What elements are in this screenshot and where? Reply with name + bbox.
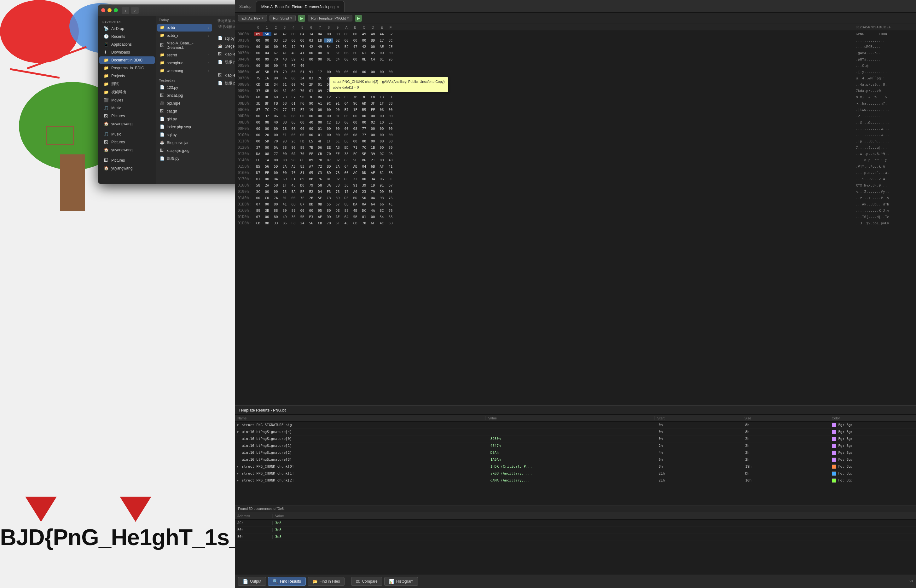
hex-byte-cell[interactable]: CD <box>254 82 263 87</box>
hex-byte-cell[interactable]: 76 <box>386 196 395 200</box>
hex-byte-cell[interactable]: 42 <box>307 45 315 49</box>
hex-byte-cell[interactable]: 08 <box>351 133 360 137</box>
hex-byte-cell[interactable]: BF <box>263 102 271 105</box>
hex-byte-cell[interactable]: 00 <box>280 171 289 175</box>
hex-byte-cell[interactable]: 19 <box>307 108 315 112</box>
hex-byte-cell[interactable]: 00 <box>315 114 324 118</box>
hex-byte-cell[interactable]: 2A <box>333 165 342 169</box>
hex-byte-cell[interactable]: 56 <box>307 221 315 225</box>
hex-byte-cell[interactable]: F3 <box>324 190 333 194</box>
hex-byte-cell[interactable]: 0A <box>289 152 298 156</box>
hex-byte-cell[interactable]: 47 <box>280 32 289 36</box>
hex-byte-cell[interactable]: 20 <box>263 133 271 137</box>
hex-byte-cell[interactable]: 36 <box>289 215 298 219</box>
hex-byte-cell[interactable]: F1 <box>298 70 307 74</box>
hex-byte-cell[interactable]: 90 <box>307 102 315 105</box>
hex-byte-cell[interactable]: 00 <box>342 70 351 74</box>
hex-byte-cell[interactable]: FF <box>368 108 377 112</box>
col1-item-misc[interactable]: 🖼 Misc-A_Beau...-DreamerJ. <box>157 40 212 51</box>
hex-byte-cell[interactable]: 61 <box>307 89 315 93</box>
hex-byte-cell[interactable]: 00 <box>263 39 271 42</box>
col1-item-xiaojiejie[interactable]: 🖼 xiaojiejie.jpeg <box>157 147 212 154</box>
run-template-play-button[interactable]: ▶ <box>355 15 362 22</box>
hex-byte-cell[interactable]: BD <box>342 145 351 150</box>
col1-item-shenghuo[interactable]: 📁 shenghuo › <box>157 59 212 67</box>
hex-byte-cell[interactable]: 00 <box>298 133 307 137</box>
hex-byte-cell[interactable]: 7F <box>298 196 307 200</box>
hex-byte-cell[interactable]: EB <box>386 171 395 175</box>
hex-byte-cell[interactable]: 2C <box>315 76 324 80</box>
hex-byte-cell[interactable]: 4E <box>271 32 280 36</box>
hex-byte-cell[interactable]: DE <box>386 177 395 181</box>
hex-byte-cell[interactable]: 88 <box>271 208 280 213</box>
hex-byte-cell[interactable]: 54 <box>377 215 386 219</box>
find-in-files-tab-button[interactable]: 📂 Find in Files <box>308 577 345 586</box>
hex-byte-cell[interactable]: 87 <box>298 202 307 207</box>
hex-byte-cell[interactable]: 00 <box>342 133 351 137</box>
hex-byte-cell[interactable]: 00 <box>254 196 263 200</box>
hex-byte-cell[interactable]: 89 <box>254 208 263 213</box>
hex-byte-cell[interactable]: 95 <box>315 208 324 213</box>
hex-byte-cell[interactable]: 1F <box>377 102 386 105</box>
hex-byte-cell[interactable]: 93 <box>377 196 386 200</box>
hex-byte-cell[interactable]: 8C <box>377 208 386 213</box>
hex-byte-cell[interactable]: 91 <box>351 183 360 187</box>
hex-byte-cell[interactable]: 06 <box>271 114 280 118</box>
hex-byte-cell[interactable]: CB <box>315 152 324 156</box>
edit-as-button[interactable]: Edit As: Hex ▾ <box>238 15 267 21</box>
hex-byte-cell[interactable]: 00 <box>298 120 307 124</box>
hex-byte-cell[interactable]: 00 <box>360 39 368 42</box>
hex-byte-cell[interactable]: 00 <box>263 45 271 49</box>
hex-byte-cell[interactable]: D5 <box>342 177 351 181</box>
hex-byte-cell[interactable]: 00 <box>368 127 377 131</box>
col1-item-ezbb-r[interactable]: 📁 ezbb_r › <box>157 32 212 39</box>
hex-byte-cell[interactable]: 01 <box>377 57 386 61</box>
sidebar-item-movies[interactable]: 🎬 Movies <box>99 97 155 104</box>
hex-byte-cell[interactable]: 44 <box>377 32 386 36</box>
sidebar-item-programs-in-bdic[interactable]: 📁 Programs_In_BDIC <box>99 64 155 72</box>
hex-byte-cell[interactable]: 07 <box>254 202 263 207</box>
hex-byte-cell[interactable]: D9 <box>324 82 333 87</box>
hex-byte-cell[interactable]: 2A <box>263 183 271 187</box>
hex-byte-cell[interactable]: 00 <box>254 120 263 124</box>
hex-byte-cell[interactable]: 8B <box>342 202 351 207</box>
hex-byte-cell[interactable]: 0B <box>342 51 351 55</box>
hex-byte-cell[interactable]: 00 <box>254 51 263 55</box>
expand-icon[interactable]: ▶ <box>235 472 241 475</box>
hex-byte-cell[interactable]: 00 <box>307 51 315 55</box>
hex-byte-cell[interactable]: 43 <box>280 64 289 68</box>
hex-byte-cell[interactable]: 32 <box>263 114 271 118</box>
hex-byte-cell[interactable]: 00 <box>307 57 315 61</box>
hex-byte-cell[interactable]: 77 <box>360 127 368 131</box>
hex-byte-cell[interactable]: 00 <box>386 127 395 131</box>
hex-byte-cell[interactable]: 0A <box>271 145 280 150</box>
hex-byte-cell[interactable]: 90 <box>289 145 298 150</box>
hex-byte-cell[interactable]: 00 <box>254 45 263 49</box>
hex-byte-cell[interactable]: 00 <box>315 51 324 55</box>
hex-byte-cell[interactable]: D7 <box>254 171 263 175</box>
hex-byte-cell[interactable]: D9 <box>377 190 386 194</box>
hex-byte-cell[interactable]: 88 <box>342 208 351 213</box>
hex-byte-cell[interactable]: 87 <box>254 108 263 112</box>
hex-byte-cell[interactable]: D0 <box>298 183 307 187</box>
hex-byte-cell[interactable]: BB <box>368 82 377 87</box>
hex-byte-cell[interactable]: 7A <box>360 89 368 93</box>
hex-byte-cell[interactable]: 67 <box>271 51 280 55</box>
hex-byte-cell[interactable]: 74 <box>271 108 280 112</box>
hex-byte-cell[interactable]: 27 <box>377 76 386 80</box>
hex-byte-cell[interactable]: E6 <box>342 139 351 144</box>
run-script-button[interactable]: Run Script ▾ <box>270 15 296 21</box>
hex-byte-cell[interactable]: CF <box>342 95 351 99</box>
hex-byte-cell[interactable]: 64 <box>368 202 377 207</box>
hex-byte-cell[interactable]: 5B <box>298 215 307 219</box>
hex-byte-cell[interactable]: 00 <box>333 127 342 131</box>
hex-byte-cell[interactable]: 1F <box>280 183 289 187</box>
hex-byte-cell[interactable]: 17 <box>315 70 324 74</box>
hex-byte-cell[interactable]: 00 <box>307 114 315 118</box>
hex-byte-cell[interactable]: 00 <box>386 70 395 74</box>
hex-byte-cell[interactable]: D4 <box>271 177 280 181</box>
hex-byte-cell[interactable]: 00 <box>271 190 280 194</box>
hex-byte-cell[interactable]: B6 <box>360 158 368 162</box>
hex-byte-cell[interactable]: 4B <box>351 208 360 213</box>
hex-byte-cell[interactable]: 90 <box>298 95 307 99</box>
